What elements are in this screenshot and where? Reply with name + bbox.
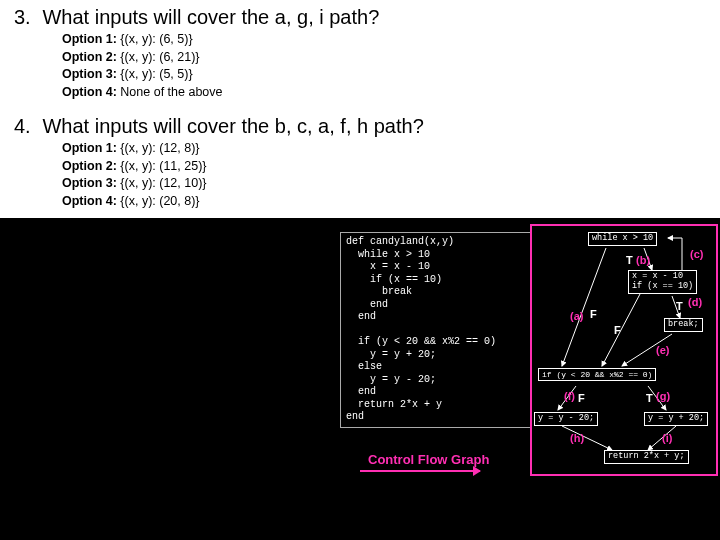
node-if: if (y < 20 && x%2 == 0) — [538, 368, 656, 381]
label-g: (g) — [656, 390, 670, 402]
label-f: (f) — [564, 390, 575, 402]
label-T-b: T — [626, 254, 633, 266]
node-y-plus: y = y + 20; — [644, 412, 708, 426]
arrow-icon — [360, 470, 480, 472]
label-c: (c) — [690, 248, 703, 260]
graph-edges — [532, 226, 716, 474]
q3-text: What inputs will cover the a, g, i path? — [42, 6, 379, 28]
q3-number: 3. — [14, 6, 38, 29]
q4-number: 4. — [14, 115, 38, 138]
q3-option-2: Option 2: {(x, y): (6, 21)} — [62, 49, 706, 67]
q4-option-2: Option 2: {(x, y): (11, 25)} — [62, 158, 706, 176]
question-3: 3. What inputs will cover the a, g, i pa… — [14, 6, 706, 29]
label-F-f: F — [578, 392, 585, 404]
label-F-a: F — [590, 308, 597, 320]
label-h: (h) — [570, 432, 584, 444]
label-a: (a) — [570, 310, 583, 322]
label-e: (e) — [656, 344, 669, 356]
label-b: (b) — [636, 254, 650, 266]
q4-text: What inputs will cover the b, c, a, f, h… — [42, 115, 423, 137]
q3-option-3: Option 3: {(x, y): (5, 5)} — [62, 66, 706, 84]
question-4: 4. What inputs will cover the b, c, a, f… — [14, 115, 706, 138]
label-i: (i) — [662, 432, 672, 444]
q4-option-1: Option 1: {(x, y): (12, 8)} — [62, 140, 706, 158]
label-F-d: F — [614, 324, 621, 336]
label-T-g: T — [646, 392, 653, 404]
node-decrement: x = x - 10 if (x == 10) — [628, 270, 697, 294]
label-T-d: T — [676, 300, 683, 312]
node-while: while x > 10 — [588, 232, 657, 246]
q4-option-4: Option 4: {(x, y): (20, 8)} — [62, 193, 706, 211]
q4-options: Option 1: {(x, y): (12, 8)} Option 2: {(… — [62, 140, 706, 210]
node-break: break; — [664, 318, 703, 332]
q3-option-1: Option 1: {(x, y): (6, 5)} — [62, 31, 706, 49]
question-3-block: 3. What inputs will cover the a, g, i pa… — [0, 0, 720, 109]
code-block: def candyland(x,y) while x > 10 x = x - … — [340, 232, 532, 428]
node-return: return 2*x + y; — [604, 450, 689, 464]
svg-line-3 — [562, 248, 606, 366]
cfg-label: Control Flow Graph — [368, 452, 489, 467]
question-4-block: 4. What inputs will cover the b, c, a, f… — [0, 109, 720, 218]
node-y-minus: y = y - 20; — [534, 412, 598, 426]
svg-line-6 — [602, 294, 640, 366]
diagram-region: def candyland(x,y) while x > 10 x = x - … — [0, 218, 720, 540]
q4-option-3: Option 3: {(x, y): (12, 10)} — [62, 175, 706, 193]
q3-option-4: Option 4: None of the above — [62, 84, 706, 102]
q3-options: Option 1: {(x, y): (6, 5)} Option 2: {(x… — [62, 31, 706, 101]
label-d: (d) — [688, 296, 702, 308]
control-flow-graph: while x > 10 x = x - 10 if (x == 10) bre… — [530, 224, 718, 476]
